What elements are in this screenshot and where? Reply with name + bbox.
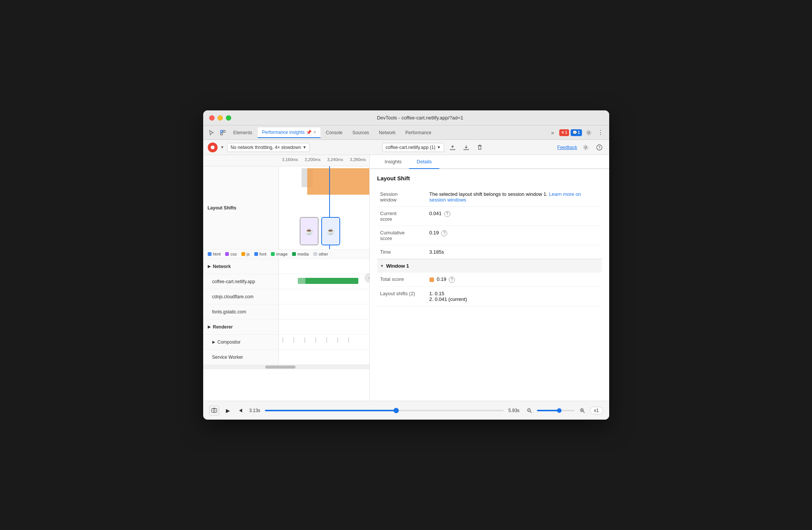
total-score-row: Total score 0.19 ? — [377, 273, 602, 287]
cumulative-score-row: Cumulativescore 0.19 ? — [377, 226, 602, 245]
devtools-window: DevTools - coffee-cart.netlify.app/?ad=1… — [203, 110, 609, 420]
more-options-icon[interactable]: ⋮ — [596, 127, 606, 138]
session-window-value: The selected layout shift belongs to ses… — [426, 188, 602, 207]
tick — [348, 338, 349, 343]
renderer-arrow: ▶ — [208, 325, 211, 329]
zoom-out-icon[interactable] — [524, 405, 535, 416]
tick-marks — [283, 338, 349, 343]
tab-actions: » ✕ 1 💬 1 ⋮ — [547, 127, 606, 138]
shift-bar-orange — [307, 168, 369, 195]
current-score-row: Currentscore 0.041 ? — [377, 207, 602, 226]
delete-icon[interactable] — [474, 142, 485, 153]
tab-network[interactable]: Network — [374, 128, 400, 138]
tick — [305, 338, 305, 343]
network-item-1: coffee-cart.netlify.app — [203, 274, 369, 289]
download-icon[interactable] — [461, 142, 471, 153]
compositor-label: ▶ Compositor — [203, 335, 279, 349]
throttle-dropdown[interactable]: No network throttling, 4× slowdown ▼ — [227, 143, 310, 152]
settings-icon-toolbar[interactable] — [580, 142, 591, 153]
close-button[interactable] — [209, 115, 215, 121]
tab-details[interactable]: Details — [409, 155, 439, 169]
session-window-key: Sessionwindow — [377, 188, 426, 207]
legend-image: image — [271, 252, 288, 256]
settings-icon[interactable] — [583, 127, 594, 138]
network-item-2: cdnjs.cloudflare.com — [203, 289, 369, 304]
time-marker-3: 3,240ms — [324, 155, 347, 166]
tab-sources[interactable]: Sources — [348, 128, 373, 138]
throttle-chevron: ▼ — [303, 145, 306, 149]
upload-icon[interactable] — [447, 142, 458, 153]
window1-header[interactable]: ▼ Window 1 — [377, 259, 602, 273]
media-color — [292, 252, 296, 256]
traffic-lights — [209, 115, 231, 121]
network-label[interactable]: ▶ Network — [203, 259, 279, 274]
current-score-value: 0.041 ? — [426, 207, 602, 226]
css-color — [225, 252, 229, 256]
screenshot-button[interactable] — [209, 406, 219, 415]
tab-console[interactable]: Console — [321, 128, 347, 138]
service-worker-content — [279, 350, 369, 364]
network-item-label-2: cdnjs.cloudflare.com — [203, 289, 279, 304]
renderer-label[interactable]: ▶ Renderer — [203, 319, 279, 334]
play-button[interactable]: ▶ — [224, 406, 233, 415]
network-item-label-1: coffee-cart.netlify.app — [203, 274, 279, 289]
maximize-button[interactable] — [226, 115, 231, 121]
svg-point-5 — [597, 145, 602, 150]
timeline-slider[interactable] — [265, 410, 504, 411]
svg-point-4 — [585, 146, 586, 148]
right-content: Layout Shift Sessionwindow The selected … — [370, 169, 609, 401]
tab-performance[interactable]: Performance — [401, 128, 436, 138]
time-marker-2: 3,200ms — [301, 155, 324, 166]
scrollbar-thumb[interactable] — [265, 366, 296, 369]
current-score-help[interactable]: ? — [444, 211, 450, 217]
timeline-header: 3,160ms 3,200ms 3,240ms 3,280ms — [203, 155, 369, 166]
svg-rect-7 — [212, 409, 217, 412]
cumulative-score-value: 0.19 ? — [426, 226, 602, 245]
zoom-slider[interactable] — [537, 410, 575, 411]
phone-after: ☕ — [321, 217, 340, 245]
layout-shifts-detail-key: Layout shifts (2) — [377, 287, 426, 306]
record-dropdown[interactable]: ▼ — [221, 145, 224, 149]
js-color — [241, 252, 245, 256]
total-score-help[interactable]: ? — [449, 277, 455, 283]
badges: ✕ 1 💬 1 — [559, 129, 582, 136]
record-button[interactable] — [208, 143, 218, 152]
tick — [294, 338, 294, 343]
comment-badge: 💬 1 — [571, 129, 582, 136]
target-dropdown[interactable]: coffee-cart.netlify.app (1) ▼ — [382, 143, 444, 152]
window-title: DevTools - coffee-cart.netlify.app/?ad=1 — [237, 115, 603, 121]
right-tabs: Insights Details — [370, 155, 609, 169]
other-color — [313, 252, 317, 256]
time-end-label: 5.93s — [508, 408, 519, 413]
tab-performance-insights[interactable]: Performance insights 📌 × — [258, 127, 321, 138]
minimize-button[interactable] — [218, 115, 223, 121]
tab-elements[interactable]: Elements — [229, 128, 257, 138]
phone-before: ☕ — [300, 217, 319, 245]
svg-line-14 — [583, 411, 585, 413]
layout-shifts-label: Layout Shifts — [203, 166, 279, 249]
more-tabs-button[interactable]: » — [547, 127, 558, 138]
service-worker-row: Service Worker — [203, 350, 369, 365]
zoom-in-icon[interactable] — [577, 405, 588, 416]
pin-icon: 📌 — [306, 130, 312, 135]
legend-row: html css js font — [203, 250, 369, 259]
network-section-header: ▶ Network — [203, 259, 369, 274]
bottom-bar: ▶ 3.13s 5.93s x1 — [203, 401, 609, 420]
legend-html: html — [208, 252, 221, 256]
learn-more-link[interactable]: Learn more on session windows — [429, 191, 581, 203]
service-worker-label: Service Worker — [203, 350, 279, 364]
svg-point-8 — [213, 409, 215, 411]
tab-close-icon[interactable]: × — [313, 130, 316, 135]
timeline-content: Layout Shifts ☕ ☕ — [203, 166, 369, 401]
tick — [316, 338, 316, 343]
feedback-link[interactable]: Feedback — [557, 145, 577, 150]
tab-insights[interactable]: Insights — [377, 155, 409, 168]
svg-point-6 — [599, 148, 599, 149]
skip-to-start-button[interactable] — [236, 406, 245, 415]
help-icon[interactable] — [594, 142, 605, 153]
cursor-tool-icon[interactable] — [206, 127, 217, 138]
cumulative-score-help[interactable]: ? — [441, 230, 447, 236]
horizontal-scrollbar[interactable] — [203, 365, 369, 369]
element-picker-icon[interactable] — [218, 127, 228, 138]
zoom-control: x1 — [524, 405, 603, 416]
